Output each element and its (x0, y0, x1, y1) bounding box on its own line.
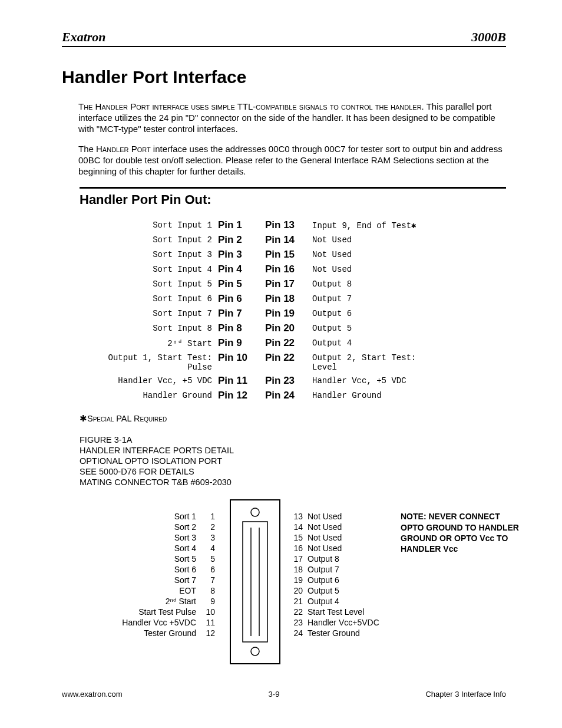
pin-left-desc: 2ⁿᵈ Start (91, 337, 218, 348)
connector-pin-right: 18Output 7 (289, 564, 379, 575)
pin-left-label: Pin 11 (218, 375, 265, 387)
pin-row: Sort Input 8Pin 8Pin 20Output 5 (91, 322, 506, 334)
connector-pin-right: 23Handler Vcc+5VDC (289, 617, 379, 628)
svg-point-2 (251, 647, 259, 655)
pin-right-desc: Not Used (312, 263, 430, 274)
connector-pin-left: Sort 66 (62, 564, 215, 575)
pin-left-label: Pin 5 (218, 278, 265, 290)
pin-left-desc: Sort Input 8 (91, 322, 218, 333)
pin-left-label: Pin 7 (218, 308, 265, 319)
pin-left-label: Pin 9 (218, 337, 265, 349)
subsection-title: Handler Port Pin Out: (80, 192, 506, 207)
figure-caption: FIGURE 3-1AHANDLER INTERFACE PORTS DETAI… (80, 434, 506, 488)
connector-pin-right: 20Output 5 (289, 585, 379, 596)
connector-pin-left: Sort 33 (62, 532, 215, 543)
pin-right-label: Pin 19 (265, 308, 312, 319)
notes-block: ✱Special PAL Required FIGURE 3-1AHANDLER… (80, 413, 506, 488)
footer-right: Chapter 3 Interface Info (425, 690, 506, 699)
pin-right-desc: Output 2, Start Test: Level (312, 352, 430, 372)
pin-right-desc: Output 8 (312, 278, 430, 289)
header-right: 3000B (471, 29, 506, 45)
pin-right-label: Pin 13 (265, 219, 312, 231)
connector-pin-left: 2ⁿᵈ Start9 (62, 596, 215, 607)
pin-right-label: Pin 23 (265, 375, 312, 387)
connector-pin-right: 24Tester Ground (289, 628, 379, 638)
pin-right-desc: Input 9, End of Test✱ (312, 219, 430, 230)
pin-left-label: Pin 3 (218, 249, 265, 261)
pin-row: 2ⁿᵈ StartPin 9Pin 22Output 4 (91, 337, 506, 349)
body-text: The Handler Port interface uses simple T… (78, 101, 506, 177)
pin-row: Sort Input 5Pin 5Pin 17Output 8 (91, 278, 506, 290)
pin-right-label: Pin 24 (265, 390, 312, 401)
pin-row: Sort Input 6Pin 6Pin 18Output 7 (91, 293, 506, 305)
pin-right-desc: Handler Vcc, +5 VDC (312, 375, 430, 386)
pin-right-desc: Not Used (312, 249, 430, 259)
svg-point-1 (251, 508, 259, 516)
connector-pin-left: Sort 55 (62, 554, 215, 564)
connector-pin-left: Sort 11 (62, 511, 215, 522)
connector-left-pins: Sort 11Sort 22Sort 33Sort 44Sort 55Sort … (62, 511, 215, 638)
connector-pin-right: 22Start Test Level (289, 607, 379, 617)
pin-right-desc: Output 7 (312, 293, 430, 304)
page-title: Handler Port Interface (62, 67, 506, 87)
pin-right-label: Pin 20 (265, 322, 312, 334)
connector-pin-left: EOT8 (62, 585, 215, 596)
pin-row: Handler GroundPin 12Pin 24Handler Ground (91, 390, 506, 401)
pin-right-desc: Not Used (312, 234, 430, 245)
connector-icon (230, 499, 280, 664)
connector-pin-right: 14Not Used (289, 522, 379, 532)
pin-left-label: Pin 8 (218, 322, 265, 334)
pin-left-desc: Sort Input 5 (91, 278, 218, 289)
connector-pin-right: 15Not Used (289, 532, 379, 543)
connector-pin-right: 21Output 4 (289, 596, 379, 607)
pin-row: Sort Input 3Pin 3Pin 15Not Used (91, 249, 506, 261)
pin-left-desc: Sort Input 7 (91, 308, 218, 318)
figure-line: MATING CONNECTOR T&B #609-2030 (80, 477, 506, 487)
connector-pin-left: Tester Ground12 (62, 628, 215, 638)
pin-left-desc: Sort Input 6 (91, 293, 218, 304)
pin-right-label: Pin 18 (265, 293, 312, 305)
para1-lead: The Handler Port interface uses simple T… (78, 101, 424, 111)
pin-right-desc: Output 6 (312, 308, 430, 318)
paragraph-2: The Handler Port interface uses the addr… (78, 144, 506, 177)
pin-right-label: Pin 16 (265, 263, 312, 275)
special-pal-note: ✱Special PAL Required (80, 413, 506, 424)
connector-pin-right: 13Not Used (289, 511, 379, 522)
figure-line: OPTIONAL OPTO ISOLATION PORT (80, 456, 506, 466)
pin-right-label: Pin 22 (265, 352, 312, 364)
paragraph-1: The Handler Port interface uses simple T… (78, 101, 506, 134)
section-divider (80, 187, 506, 189)
pin-row: Sort Input 4Pin 4Pin 16Not Used (91, 263, 506, 275)
pin-row: Sort Input 1Pin 1Pin 13Input 9, End of T… (91, 219, 506, 231)
figure-line: SEE 5000-D76 FOR DETAILS (80, 466, 506, 477)
pin-right-label: Pin 14 (265, 234, 312, 246)
connector-diagram: Sort 11Sort 22Sort 33Sort 44Sort 55Sort … (62, 499, 506, 676)
pin-row: Sort Input 7Pin 7Pin 19Output 6 (91, 308, 506, 319)
connector-pin-left: Sort 44 (62, 543, 215, 554)
pin-row: Output 1, Start Test: PulsePin 10Pin 22O… (91, 352, 506, 372)
para2-a: The (78, 144, 96, 154)
connector-pin-right: 16Not Used (289, 543, 379, 554)
pin-right-desc: Output 5 (312, 322, 430, 333)
pin-left-label: Pin 1 (218, 219, 265, 231)
pin-left-label: Pin 4 (218, 263, 265, 275)
pin-left-desc: Sort Input 1 (91, 219, 218, 230)
page-footer: www.exatron.com 3-9 Chapter 3 Interface … (62, 690, 506, 699)
pin-right-desc: Output 4 (312, 337, 430, 348)
pin-left-desc: Handler Vcc, +5 VDC (91, 375, 218, 386)
pin-row: Handler Vcc, +5 VDCPin 11Pin 23Handler V… (91, 375, 506, 387)
connector-pin-right: 17Output 8 (289, 554, 379, 564)
connector-right-pins: 13Not Used14Not Used15Not Used16Not Used… (289, 511, 379, 638)
page-header: Exatron 3000B (62, 29, 506, 47)
pinout-table: Sort Input 1Pin 1Pin 13Input 9, End of T… (91, 219, 506, 401)
warning-note: NOTE: NEVER CONNECT OPTO GROUND TO HANDL… (401, 511, 524, 554)
footer-left: www.exatron.com (62, 690, 123, 699)
footer-center: 3-9 (269, 690, 280, 699)
connector-pin-right: 19Output 6 (289, 575, 379, 585)
pin-right-label: Pin 15 (265, 249, 312, 261)
connector-pin-left: Sort 77 (62, 575, 215, 585)
pin-left-label: Pin 10 (218, 352, 265, 364)
pin-left-desc: Output 1, Start Test: Pulse (91, 352, 218, 372)
connector-pin-left: Start Test Pulse10 (62, 607, 215, 617)
pin-left-desc: Sort Input 4 (91, 263, 218, 274)
